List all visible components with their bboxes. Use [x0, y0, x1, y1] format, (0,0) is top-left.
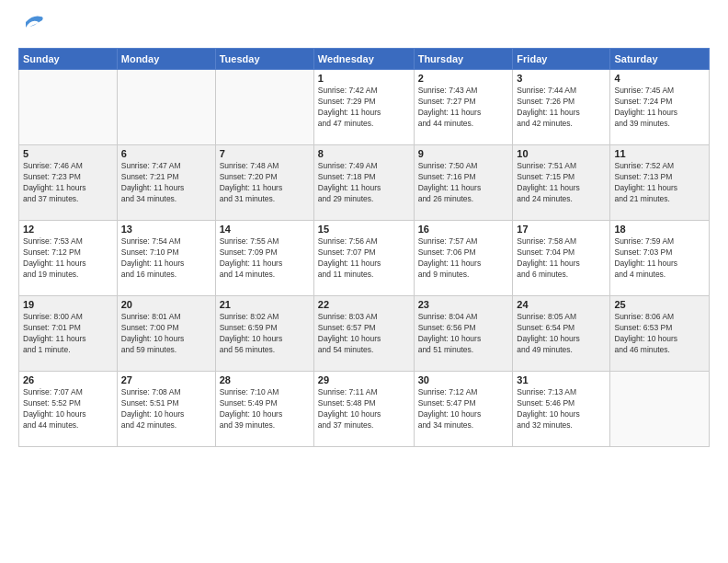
day-info: Sunrise: 7:47 AM Sunset: 7:21 PM Dayligh… [121, 161, 211, 205]
day-info: Sunrise: 7:43 AM Sunset: 7:27 PM Dayligh… [418, 86, 509, 130]
day-info: Sunrise: 7:42 AM Sunset: 7:29 PM Dayligh… [318, 86, 410, 130]
day-number: 13 [121, 224, 211, 235]
day-info: Sunrise: 7:58 AM Sunset: 7:04 PM Dayligh… [517, 236, 606, 281]
calendar-cell: 20Sunrise: 8:01 AM Sunset: 7:00 PM Dayli… [117, 296, 215, 372]
calendar-week-row: 5Sunrise: 7:46 AM Sunset: 7:23 PM Daylig… [19, 145, 710, 221]
calendar-week-row: 26Sunrise: 7:07 AM Sunset: 5:52 PM Dayli… [19, 372, 710, 447]
calendar-cell: 11Sunrise: 7:52 AM Sunset: 7:13 PM Dayli… [610, 145, 710, 221]
day-number: 3 [517, 73, 606, 84]
day-number: 14 [220, 224, 310, 235]
day-info: Sunrise: 7:44 AM Sunset: 7:26 PM Dayligh… [517, 86, 606, 130]
day-info: Sunrise: 7:52 AM Sunset: 7:13 PM Dayligh… [614, 161, 705, 205]
day-info: Sunrise: 7:07 AM Sunset: 5:52 PM Dayligh… [23, 387, 113, 431]
calendar-table: SundayMondayTuesdayWednesdayThursdayFrid… [18, 48, 710, 447]
day-info: Sunrise: 7:55 AM Sunset: 7:09 PM Dayligh… [220, 236, 310, 281]
day-info: Sunrise: 8:05 AM Sunset: 6:54 PM Dayligh… [517, 312, 606, 356]
calendar-week-row: 1Sunrise: 7:42 AM Sunset: 7:29 PM Daylig… [19, 70, 710, 145]
calendar-cell: 24Sunrise: 8:05 AM Sunset: 6:54 PM Dayli… [513, 296, 610, 372]
day-number: 24 [517, 299, 606, 310]
day-number: 15 [318, 224, 410, 235]
calendar-week-row: 12Sunrise: 7:53 AM Sunset: 7:12 PM Dayli… [19, 221, 710, 296]
calendar-header-saturday: Saturday [610, 49, 710, 70]
day-number: 26 [23, 374, 113, 385]
day-info: Sunrise: 8:03 AM Sunset: 6:57 PM Dayligh… [318, 312, 410, 356]
day-number: 10 [517, 148, 606, 159]
calendar-header-monday: Monday [117, 49, 215, 70]
calendar-cell: 31Sunrise: 7:13 AM Sunset: 5:46 PM Dayli… [513, 372, 610, 447]
calendar-cell: 1Sunrise: 7:42 AM Sunset: 7:29 PM Daylig… [313, 70, 414, 145]
day-number: 16 [418, 224, 509, 235]
day-info: Sunrise: 7:50 AM Sunset: 7:16 PM Dayligh… [418, 161, 509, 205]
day-number: 30 [418, 374, 509, 385]
day-info: Sunrise: 7:59 AM Sunset: 7:03 PM Dayligh… [614, 236, 705, 281]
calendar-cell: 27Sunrise: 7:08 AM Sunset: 5:51 PM Dayli… [117, 372, 215, 447]
day-number: 17 [517, 224, 606, 235]
day-number: 18 [614, 224, 705, 235]
day-info: Sunrise: 7:51 AM Sunset: 7:15 PM Dayligh… [517, 161, 606, 205]
calendar-cell: 7Sunrise: 7:48 AM Sunset: 7:20 PM Daylig… [215, 145, 313, 221]
day-number: 25 [614, 299, 705, 310]
day-number: 7 [220, 148, 310, 159]
page: SundayMondayTuesdayWednesdayThursdayFrid… [0, 0, 728, 563]
calendar-cell: 17Sunrise: 7:58 AM Sunset: 7:04 PM Dayli… [513, 221, 610, 296]
calendar-cell [19, 70, 118, 145]
calendar-cell: 19Sunrise: 8:00 AM Sunset: 7:01 PM Dayli… [19, 296, 118, 372]
day-number: 4 [614, 73, 705, 84]
day-info: Sunrise: 7:56 AM Sunset: 7:07 PM Dayligh… [318, 236, 410, 281]
calendar-cell: 15Sunrise: 7:56 AM Sunset: 7:07 PM Dayli… [313, 221, 414, 296]
calendar-header-friday: Friday [513, 49, 610, 70]
calendar-cell: 14Sunrise: 7:55 AM Sunset: 7:09 PM Dayli… [215, 221, 313, 296]
day-info: Sunrise: 8:04 AM Sunset: 6:56 PM Dayligh… [418, 312, 509, 356]
day-number: 28 [220, 374, 310, 385]
day-number: 23 [418, 299, 509, 310]
day-info: Sunrise: 8:01 AM Sunset: 7:00 PM Dayligh… [121, 312, 211, 356]
calendar-cell: 26Sunrise: 7:07 AM Sunset: 5:52 PM Dayli… [19, 372, 118, 447]
logo [18, 15, 50, 39]
day-info: Sunrise: 7:08 AM Sunset: 5:51 PM Dayligh… [121, 387, 211, 431]
calendar-cell: 12Sunrise: 7:53 AM Sunset: 7:12 PM Dayli… [19, 221, 118, 296]
day-number: 12 [23, 224, 113, 235]
calendar-cell: 29Sunrise: 7:11 AM Sunset: 5:48 PM Dayli… [313, 372, 414, 447]
calendar-header-row: SundayMondayTuesdayWednesdayThursdayFrid… [19, 49, 710, 70]
calendar-week-row: 19Sunrise: 8:00 AM Sunset: 7:01 PM Dayli… [19, 296, 710, 372]
calendar-cell: 28Sunrise: 7:10 AM Sunset: 5:49 PM Dayli… [215, 372, 313, 447]
calendar-cell [610, 372, 710, 447]
calendar-cell: 9Sunrise: 7:50 AM Sunset: 7:16 PM Daylig… [414, 145, 513, 221]
calendar-cell [117, 70, 215, 145]
calendar-cell: 3Sunrise: 7:44 AM Sunset: 7:26 PM Daylig… [513, 70, 610, 145]
day-number: 21 [220, 299, 310, 310]
calendar-header-tuesday: Tuesday [215, 49, 313, 70]
day-number: 2 [418, 73, 509, 84]
day-info: Sunrise: 7:45 AM Sunset: 7:24 PM Dayligh… [614, 86, 705, 130]
day-info: Sunrise: 7:11 AM Sunset: 5:48 PM Dayligh… [318, 387, 410, 431]
day-number: 29 [318, 374, 410, 385]
day-info: Sunrise: 7:10 AM Sunset: 5:49 PM Dayligh… [220, 387, 310, 431]
calendar-header-thursday: Thursday [414, 49, 513, 70]
calendar-cell: 10Sunrise: 7:51 AM Sunset: 7:15 PM Dayli… [513, 145, 610, 221]
day-number: 5 [23, 148, 113, 159]
calendar-cell: 6Sunrise: 7:47 AM Sunset: 7:21 PM Daylig… [117, 145, 215, 221]
header [18, 15, 710, 39]
calendar-cell: 2Sunrise: 7:43 AM Sunset: 7:27 PM Daylig… [414, 70, 513, 145]
calendar-cell: 18Sunrise: 7:59 AM Sunset: 7:03 PM Dayli… [610, 221, 710, 296]
calendar-cell: 5Sunrise: 7:46 AM Sunset: 7:23 PM Daylig… [19, 145, 118, 221]
day-info: Sunrise: 7:46 AM Sunset: 7:23 PM Dayligh… [23, 161, 113, 205]
day-info: Sunrise: 7:49 AM Sunset: 7:18 PM Dayligh… [318, 161, 410, 205]
calendar-header-sunday: Sunday [19, 49, 118, 70]
day-number: 31 [517, 374, 606, 385]
calendar-cell: 13Sunrise: 7:54 AM Sunset: 7:10 PM Dayli… [117, 221, 215, 296]
calendar-cell: 16Sunrise: 7:57 AM Sunset: 7:06 PM Dayli… [414, 221, 513, 296]
day-info: Sunrise: 8:06 AM Sunset: 6:53 PM Dayligh… [614, 312, 705, 356]
day-info: Sunrise: 7:12 AM Sunset: 5:47 PM Dayligh… [418, 387, 509, 431]
day-number: 19 [23, 299, 113, 310]
calendar-cell: 23Sunrise: 8:04 AM Sunset: 6:56 PM Dayli… [414, 296, 513, 372]
day-number: 11 [614, 148, 705, 159]
calendar-cell: 21Sunrise: 8:02 AM Sunset: 6:59 PM Dayli… [215, 296, 313, 372]
day-number: 8 [318, 148, 410, 159]
calendar-cell [215, 70, 313, 145]
day-info: Sunrise: 8:00 AM Sunset: 7:01 PM Dayligh… [23, 312, 113, 356]
day-number: 6 [121, 148, 211, 159]
day-info: Sunrise: 8:02 AM Sunset: 6:59 PM Dayligh… [220, 312, 310, 356]
logo-bird-icon [18, 15, 48, 39]
calendar-cell: 8Sunrise: 7:49 AM Sunset: 7:18 PM Daylig… [313, 145, 414, 221]
